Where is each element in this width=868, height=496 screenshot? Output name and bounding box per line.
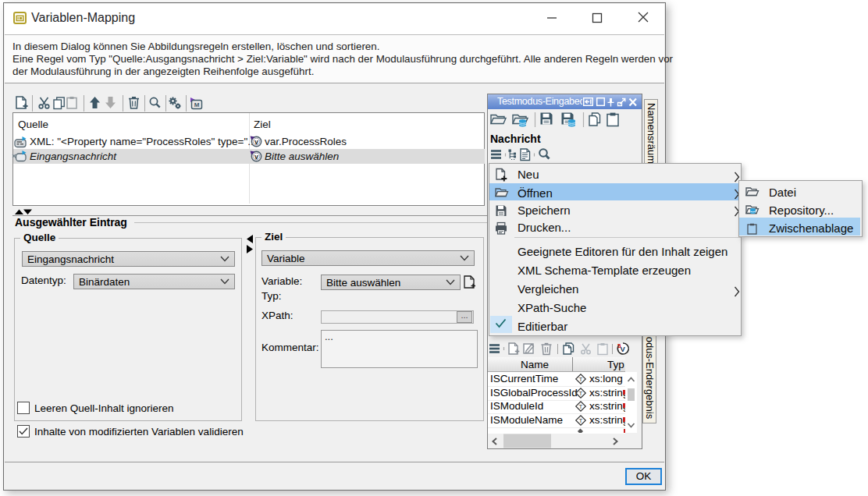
- svg-text:T: T: [579, 376, 583, 383]
- svg-text:T: T: [579, 390, 583, 397]
- svg-text:v: v: [254, 153, 258, 161]
- svg-text:5: 5: [617, 342, 621, 349]
- svg-text:M: M: [194, 101, 200, 108]
- svg-text:T: T: [579, 417, 583, 424]
- svg-text:V: V: [620, 345, 625, 353]
- svg-text:T: T: [579, 403, 583, 410]
- svg-text:v: v: [254, 138, 258, 146]
